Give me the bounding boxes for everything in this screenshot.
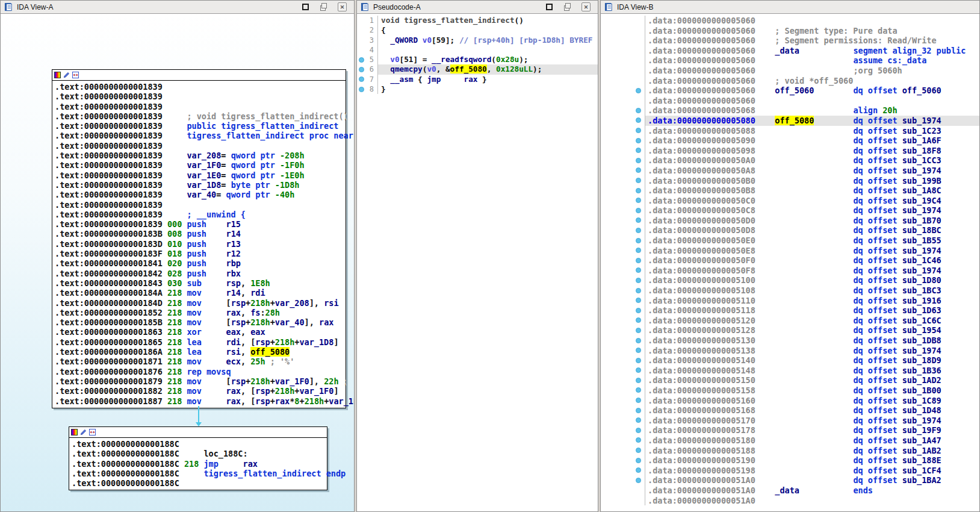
maximize-button[interactable] [302,3,309,11]
disasm-line[interactable]: .text:0000000000001839 [55,102,343,111]
data-row[interactable]: .data:00000000000050C0 dq offset sub_19C… [601,196,979,206]
graph-view[interactable]: .text:0000000000001839.text:000000000000… [1,14,354,511]
data-row[interactable]: .data:0000000000005060 ;org 5060h [601,66,979,76]
data-row[interactable]: .data:00000000000050B8 dq offset sub_1A8… [601,186,979,196]
line-marker-dot[interactable] [636,128,641,133]
disasm-line[interactable]: .text:0000000000001839 [55,92,343,101]
data-row[interactable]: .data:0000000000005080 off_5080 dq offse… [601,116,979,126]
line-marker-dot[interactable] [636,248,641,253]
data-row[interactable]: .data:0000000000005088 dq offset sub_1C2… [601,126,979,136]
data-row[interactable]: .data:00000000000050F8 dq offset sub_197… [601,266,979,276]
line-marker-dot[interactable] [359,57,364,63]
data-row[interactable]: .data:00000000000051A0 dq offset sub_1BA… [601,475,979,485]
line-marker-dot[interactable] [636,417,641,423]
data-row[interactable]: .data:0000000000005100 dq offset sub_1D8… [601,275,979,286]
data-row[interactable]: .data:00000000000050A0 dq offset sub_1CC… [601,155,979,166]
data-row[interactable]: .data:0000000000005060 ; Segment type: P… [601,26,979,36]
line-marker-dot[interactable] [636,208,641,213]
maximize-button[interactable] [545,3,553,11]
pseudocode-line[interactable]: 8} [357,84,598,94]
line-marker-dot[interactable] [636,398,641,403]
disasm-line[interactable]: .text:0000000000001852 218 mov rax, fs:2… [55,308,343,317]
graph-node-entry[interactable]: .text:0000000000001839.text:000000000000… [52,69,346,408]
disasm-line[interactable]: .text:0000000000001839 ; void tigress_fl… [55,111,343,121]
data-row[interactable]: .data:0000000000005178 dq offset sub_19F… [601,425,979,436]
disasm-line[interactable]: .text:000000000000188C [72,478,324,488]
pseudocode-view[interactable]: 1void tigress_flatten_indirect()2{3 _QWO… [357,14,598,511]
node-color-icon[interactable] [54,72,61,78]
edit-node-icon[interactable] [63,72,70,78]
titlebar-pseudocode[interactable]: Pseudocode-A ✕ [357,1,598,14]
data-row[interactable]: .data:0000000000005158 dq offset sub_1B0… [601,386,979,396]
line-marker-dot[interactable] [636,267,641,273]
line-marker-dot[interactable] [636,378,641,383]
disasm-line[interactable]: .text:000000000000184A 218 mov r14, rdi [55,288,343,298]
line-marker-dot[interactable] [636,458,641,463]
edit-node-icon[interactable] [80,429,87,436]
line-marker-dot[interactable] [636,188,641,193]
line-marker-dot[interactable] [359,67,364,72]
line-marker-dot[interactable] [636,428,641,433]
disasm-line[interactable]: .text:0000000000001865 218 lea rdi, [rsp… [55,337,343,347]
line-marker-dot[interactable] [636,88,641,93]
line-marker-dot[interactable] [636,317,641,323]
line-marker-dot[interactable] [636,387,641,393]
data-row[interactable]: .data:0000000000005060 ; Segment permiss… [601,36,979,46]
line-marker-dot[interactable] [636,228,641,233]
graph-node-loc-188c[interactable]: .text:000000000000188C.text:000000000000… [69,426,327,490]
data-row[interactable]: .data:0000000000005190 dq offset sub_188… [601,455,979,466]
data-row[interactable]: .data:0000000000005060 assume cs:_data [601,55,979,66]
data-row[interactable]: .data:0000000000005198 dq offset sub_1CF… [601,466,979,476]
disasm-line[interactable]: .text:0000000000001839 tigress_flatten_i… [55,131,343,140]
line-marker-dot[interactable] [636,308,641,313]
pseudocode-line[interactable]: 5 v0[51] = __readfsqword(0x28u); [357,55,598,64]
data-row[interactable]: .data:0000000000005140 dq offset sub_18D… [601,355,979,366]
line-marker-dot[interactable] [636,408,641,413]
disasm-line[interactable]: .text:000000000000188C tigress_flatten_i… [72,469,324,478]
disasm-line[interactable]: .text:000000000000183F 018 push r12 [55,249,343,258]
float-button[interactable] [563,3,571,11]
line-marker-dot[interactable] [636,217,641,223]
data-row[interactable]: .data:00000000000050E0 dq offset sub_1B5… [601,236,979,246]
data-row[interactable]: .data:0000000000005188 dq offset sub_1AB… [601,446,979,456]
disasm-line[interactable]: .text:000000000000188C 218 jmp rax [72,459,324,469]
line-marker-dot[interactable] [636,148,641,153]
close-button[interactable]: ✕ [581,2,591,11]
disasm-line[interactable]: .text:0000000000001876 218 rep movsq [55,367,343,376]
line-marker-dot[interactable] [636,258,641,263]
titlebar-view-b[interactable]: IDA View-B [601,1,979,14]
data-segment-view[interactable]: .data:0000000000005060.data:000000000000… [601,14,979,511]
disasm-line[interactable]: .text:0000000000001839 var_1E0= qword pt… [55,170,343,180]
disasm-line[interactable]: .text:0000000000001839 [55,200,343,210]
disasm-line[interactable]: .text:0000000000001839 [55,141,343,151]
pseudocode-line[interactable]: 4 [357,45,598,55]
data-row[interactable]: .data:00000000000051A0 [601,496,979,506]
disasm-line[interactable]: .text:0000000000001839 ; __unwind { [55,210,343,219]
data-row[interactable]: .data:0000000000005110 dq offset sub_191… [601,296,979,306]
line-marker-dot[interactable] [636,467,641,473]
data-row[interactable]: .data:0000000000005098 dq offset sub_18F… [601,146,979,156]
line-marker-dot[interactable] [636,117,641,123]
disasm-line[interactable]: .text:000000000000183D 010 push r13 [55,239,343,249]
disasm-line[interactable]: .text:0000000000001839 var_40= qword ptr… [55,190,343,199]
disasm-line[interactable]: .text:0000000000001839 var_208= qword pt… [55,151,343,160]
data-row[interactable]: .data:0000000000005170 dq offset sub_197… [601,416,979,426]
float-button[interactable] [320,3,327,11]
line-marker-dot[interactable] [636,288,641,293]
disasm-line[interactable]: .text:0000000000001887 218 mov rax, [rsp… [55,396,343,406]
line-marker-dot[interactable] [636,328,641,333]
line-marker-dot[interactable] [636,178,641,183]
data-row[interactable]: .data:00000000000050E8 dq offset sub_197… [601,246,979,256]
line-marker-dot[interactable] [636,238,641,243]
data-row[interactable]: .data:0000000000005150 dq offset sub_1AD… [601,375,979,386]
disasm-line[interactable]: .text:000000000000186A 218 lea rsi, off_… [55,347,343,357]
data-row[interactable]: .data:0000000000005130 dq offset sub_1DB… [601,336,979,346]
group-node-icon[interactable] [89,429,96,436]
line-marker-dot[interactable] [636,108,641,113]
data-row[interactable]: .data:00000000000050F0 dq offset sub_1C4… [601,255,979,266]
line-marker-dot[interactable] [636,348,641,353]
data-row[interactable]: .data:0000000000005090 dq offset sub_1A6… [601,136,979,146]
data-row[interactable]: .data:0000000000005108 dq offset sub_1BC… [601,286,979,296]
data-row[interactable]: .data:0000000000005060 _data segment ali… [601,46,979,56]
disasm-line[interactable]: .text:0000000000001839 var_1F0= qword pt… [55,160,343,170]
